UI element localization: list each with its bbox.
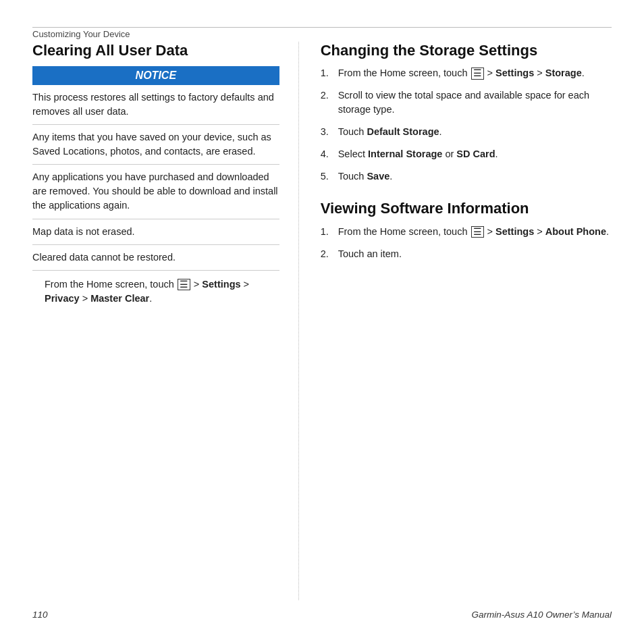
software-title: Viewing Software Information [321,200,612,217]
storage-step-5: 5. Touch Save. [321,169,612,184]
paragraph-5: Cleared data cannot be restored. [32,250,279,271]
storage-step-2: 2. Scroll to view the total space and av… [321,88,612,117]
storage-step-4: 4. Select Internal Storage or SD Card. [321,147,612,161]
breadcrumb: Customizing Your Device [32,29,612,39]
footer: 110 Garmin-Asus A10 Owner’s Manual [32,606,612,620]
top-rule [32,27,612,28]
software-steps: 1. From the Home screen, touch ☰ > Setti… [321,225,612,261]
main-columns: Clearing All User Data NOTICE This proce… [32,42,612,600]
menu-icon-2: ☰ [471,68,484,79]
paragraph-1: This process restores all settings to fa… [32,90,279,125]
clearing-title: Clearing All User Data [32,42,279,59]
notice-label: NOTICE [136,70,176,81]
menu-icon-3: ☰ [471,226,484,238]
notice-banner: NOTICE [32,66,279,85]
software-step-1: 1. From the Home screen, touch ☰ > Setti… [321,225,612,239]
instruction-block: From the Home screen, touch ☰ > Settings… [45,276,279,307]
page: Customizing Your Device Clearing All Use… [0,0,644,644]
left-column: Clearing All User Data NOTICE This proce… [32,42,299,600]
software-step-2: 2. Touch an item. [321,247,612,261]
page-number: 110 [32,610,48,620]
storage-step-3: 3. Touch Default Storage. [321,125,612,139]
storage-step-1: 1. From the Home screen, touch ☰ > Setti… [321,66,612,80]
paragraph-2: Any items that you have saved on your de… [32,130,279,165]
menu-icon: ☰ [178,279,190,290]
instruction-text: From the Home screen, touch ☰ > Settings… [45,279,249,304]
storage-title: Changing the Storage Settings [321,42,612,59]
right-column: Changing the Storage Settings 1. From th… [299,42,612,600]
paragraph-4: Map data is not erased. [32,225,279,245]
manual-title: Garmin-Asus A10 Owner’s Manual [471,610,612,620]
storage-steps: 1. From the Home screen, touch ☰ > Setti… [321,66,612,184]
paragraph-3: Any applications you have purchased and … [32,170,279,219]
